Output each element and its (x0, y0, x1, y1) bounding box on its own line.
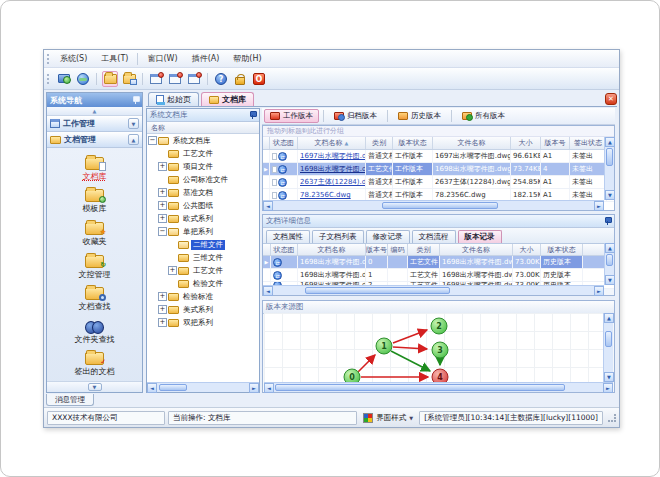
menu-system[interactable]: 系统(S) (53, 51, 94, 66)
sidebar-item-folder-search[interactable]: 文件夹查找 (47, 316, 142, 349)
scroll-left-icon[interactable]: ◄ (147, 383, 157, 393)
tab-subdocs[interactable]: 子文档列表 (312, 230, 364, 243)
scroll-up-icon[interactable]: ▲ (605, 137, 615, 147)
col-checkout[interactable]: 签出状态 (570, 137, 607, 149)
all-version-button[interactable]: 所有版本 (456, 109, 511, 123)
tree-hscrollbar[interactable]: ◄ ► (147, 382, 259, 392)
tree-node[interactable]: 公共图纸 (147, 199, 259, 212)
nav-group-work[interactable]: 工作管理 ▼ (47, 116, 142, 132)
scroll-right-icon[interactable]: ► (603, 383, 613, 393)
tree-node[interactable]: 检验文件 (147, 277, 259, 290)
tab-change-log[interactable]: 修改记录 (366, 230, 410, 243)
nav-collapse-strip[interactable]: ▲ (47, 107, 142, 116)
scroll-thumb[interactable] (305, 287, 449, 294)
expand-icon[interactable] (158, 214, 167, 223)
doc-name-link[interactable]: 1698出水嘴零件图.dwg (298, 163, 366, 175)
scroll-left-icon[interactable]: ◄ (264, 383, 274, 393)
scroll-thumb[interactable] (275, 384, 565, 391)
tree-node[interactable]: 系统文档库 (147, 134, 259, 147)
col-file-name[interactable]: 文件名称 (433, 137, 511, 149)
sidebar-item-doclib[interactable]: 文档库 (47, 153, 142, 186)
sidebar-item-doc-search[interactable]: 文档查找 (47, 283, 142, 316)
scroll-right-icon[interactable]: ► (594, 201, 604, 211)
chevron-down-icon[interactable]: ▼ (88, 383, 102, 391)
col-version[interactable]: 版本号 (541, 137, 570, 149)
tree-node[interactable]: 双把系列 (147, 316, 259, 329)
menu-window[interactable]: 窗口(W) (140, 51, 184, 66)
tab-doc-props[interactable]: 文档属性 (266, 230, 310, 243)
scroll-thumb[interactable] (159, 384, 187, 391)
globe-icon[interactable] (75, 71, 91, 87)
doc-name-link[interactable]: 2637主体(12284).dwg (298, 176, 366, 188)
graph-hscrollbar[interactable]: ◄ ► (264, 382, 613, 392)
tab-doc-flow[interactable]: 文档流程 (412, 230, 456, 243)
expand-icon[interactable] (158, 188, 167, 197)
nav-panel-header[interactable]: 系统导航 (47, 93, 142, 107)
scroll-right-icon[interactable]: ► (249, 383, 259, 393)
tree-node[interactable]: 项目文件 (147, 160, 259, 173)
tree-node[interactable]: 工艺文件 (147, 264, 259, 277)
chevron-up-icon[interactable]: ▲ (128, 134, 139, 145)
scroll-up-icon[interactable]: ▲ (605, 243, 615, 253)
expand-icon[interactable] (168, 266, 177, 275)
tree-node[interactable]: 美式系列 (147, 303, 259, 316)
tree-node[interactable]: 欧式系列 (147, 212, 259, 225)
expand-icon[interactable] (158, 318, 167, 327)
expand-icon[interactable] (158, 292, 167, 301)
scroll-thumb[interactable] (606, 254, 613, 266)
scroll-thumb[interactable] (382, 202, 498, 209)
collapse-icon[interactable] (148, 136, 157, 145)
col-doc-name[interactable]: 文档名称▲ (298, 137, 366, 149)
menu-tools[interactable]: 工具(T) (94, 51, 135, 66)
detail-hscrollbar[interactable]: ◄ ► (263, 285, 604, 295)
tree-column-header[interactable]: 名称 (147, 122, 259, 134)
scroll-left-icon[interactable]: ◄ (263, 286, 273, 296)
work-version-button[interactable]: 工作版本 (264, 109, 319, 123)
nav-group-docs[interactable]: 文档管理 ▲ (47, 132, 142, 148)
lock-icon[interactable] (232, 71, 248, 87)
menu-help[interactable]: 帮助(H) (226, 51, 268, 66)
tree-node[interactable]: 三维文件 (147, 251, 259, 264)
sidebar-item-doc-control[interactable]: ↻ 文控管理 (47, 251, 142, 284)
window-badge-icon-1[interactable] (148, 71, 164, 87)
pin-icon[interactable] (249, 111, 256, 119)
col-category[interactable]: 类别 (366, 137, 393, 149)
grid-hscrollbar[interactable]: ◄ ► (263, 200, 604, 210)
scroll-up-icon[interactable]: ▲ (604, 313, 614, 323)
tree-node[interactable]: 工艺文件 (147, 147, 259, 160)
col-size[interactable]: 大小 (511, 137, 541, 149)
scroll-thumb[interactable] (605, 331, 612, 347)
tree-node[interactable]: 检验标准 (147, 290, 259, 303)
tree-node-selected[interactable]: 二维文件 (147, 238, 259, 251)
scroll-thumb[interactable] (606, 148, 613, 166)
archive-version-button[interactable]: 归档版本 (328, 109, 383, 123)
window-badge-icon-2[interactable] (167, 71, 183, 87)
folder-grid-icon[interactable] (121, 71, 137, 87)
scroll-down-icon[interactable]: ▼ (605, 275, 615, 285)
table-row-selected[interactable]: ▶ 1698出水嘴零件图.dwg 工艺文件 工作版本 1698出水嘴零件图.dw… (263, 163, 614, 176)
scroll-left-icon[interactable]: ◄ (263, 201, 273, 211)
scroll-down-icon[interactable]: ▼ (604, 372, 614, 382)
tree-node[interactable]: 单把系列 (147, 225, 259, 238)
table-row[interactable]: 1697出水嘴零件图.dwg 普通文档 工作版本 1697出水嘴零件图.dwg … (263, 150, 614, 163)
graph-vscrollbar[interactable]: ▲ ▼ (603, 313, 613, 382)
table-row[interactable]: 2637主体(12284).dwg 普通文档 工作版本 2637主体(12284… (263, 176, 614, 189)
table-row-selected[interactable]: ▶ 1698出水嘴零件图.dwg 0 工艺文件 1698出水嘴零件图.dwg 7… (263, 256, 614, 269)
expand-icon[interactable] (158, 305, 167, 314)
ui-style-button[interactable]: 界面样式 ▼ (360, 413, 416, 423)
tree-node[interactable]: 基准文档 (147, 186, 259, 199)
expand-icon[interactable] (158, 201, 167, 210)
scroll-right-icon[interactable]: ► (594, 286, 604, 296)
tree-node[interactable]: 公司标准文件 (147, 173, 259, 186)
menu-plugins[interactable]: 插件(A) (185, 51, 227, 66)
version-graph-area[interactable]: 0 1 2 3 4 ▲ ▼ (264, 313, 613, 382)
expand-icon[interactable] (158, 162, 167, 171)
history-version-button[interactable]: 历史版本 (392, 109, 447, 123)
scroll-down-icon[interactable]: ▼ (605, 190, 615, 200)
tab-doclib[interactable]: 文档库 (201, 92, 254, 106)
close-icon[interactable]: ✕ (605, 93, 617, 105)
help-icon[interactable]: ? (213, 71, 229, 87)
sidebar-item-templates[interactable]: 模板库 (47, 186, 142, 219)
exit-icon[interactable]: O (251, 71, 267, 87)
resize-grip[interactable] (608, 414, 616, 422)
